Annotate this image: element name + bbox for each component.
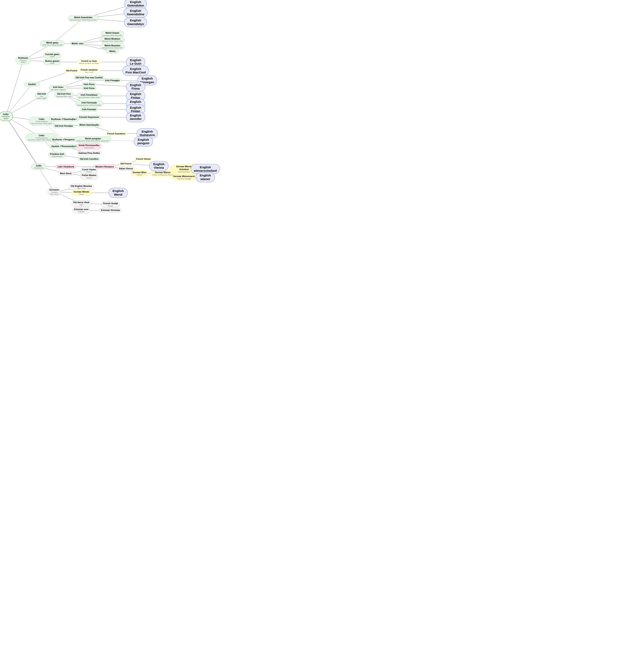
node-label: Celtic [1,113,10,116]
node-old-irish-finn: Old Irish finn"white, bright" [35,92,48,100]
node-polish-wieden: Polish Wieden "Vienna" [80,173,98,180]
node-en-penguin: Englishpenguin [134,136,153,146]
node-en-gwendoline: EnglishGwendoline [124,7,148,18]
node-irish-finnagan: Irish Finnagán [104,78,121,83]
node-brythonic-pengwn: Brythonic <*Pengwnn> [50,137,78,142]
node-galician-pena: Galician Pena Dubha [77,151,101,155]
svg-line-0 [6,60,23,116]
node-western-romance: Western Romance [94,164,116,169]
svg-line-1 [6,84,32,116]
node-old-irish-finnmac: Old Irish Finn mac Cumhal [74,75,104,80]
node-irish-fiona: Irish Fiona [82,86,96,90]
node-french-guinievre: French Guenièvre [106,132,127,136]
main-container: Celtic <*wendos>"white" Brythonic <*gwen… [0,0,213,236]
node-sub: <*wendos>"white" [1,116,10,119]
svg-line-6 [6,116,54,192]
node-en-fiona: EnglishFiona [126,82,145,92]
node-estonian-venemaa: Estonian Venemaa [99,208,121,212]
node-irish-fionnuala: Irish Fionnuala "personal name: White-Sh… [75,100,103,107]
node-cornish-gwen: Cornish gwen "white" [43,52,61,58]
node-en-wend: EnglishWend [109,188,128,198]
node-gaulish: Gaulish [24,82,40,87]
node-welsh-blodwen: Welsh Blodwen "personal name: Flower-Fai… [100,37,125,43]
node-finnish-venaja: Finnish Venäjä "Russia" [101,201,119,208]
node-welsh-gwenhwyfar: Welsh Gwenhwyfar [78,123,101,127]
node-breton-gwenn: Breton gwenn "white" [43,59,61,65]
node-greek-penouindos: Greek Πεννοουινδος <Penouindos> [77,143,101,150]
node-welsh-branwen: Welsh Branwen "personal name: Raven-Fair… [100,43,125,50]
svg-line-11 [52,18,84,44]
node-west-slavic: West Slavic [58,171,73,176]
node-gaulish-pennouindos: Gaulish <*Pennouindos> [49,144,79,149]
node-italian-vienna: Italian Vienna [117,166,134,171]
node-welsh-anwen: Welsh Anwen "personal name: Very-Fair" [101,31,124,37]
node-primitive-irish: Primitive Irish <Qenuiendani> [48,152,66,158]
node-welsh-pengwyn: Welsh pengwyn "white-head, White Head Is… [75,136,111,143]
node-old-english-winedas: Old English Winedas "Slav, Wend" [69,184,94,190]
node-en-wiener: Englishwiener [196,172,215,182]
node-welsh-plain: Welsh [106,49,119,53]
node-french-leguin: French Le Guin "Breton surname: the Whit… [77,59,101,65]
node-welsh-gwyn: Welsh gwyn "white, fair, shining, blesse… [40,40,65,47]
node-en-jennifer: EnglishJennifer [126,112,145,122]
node-welsh-wen: Welsh -wen [70,41,85,46]
node-old-irish-cennfinn: Old Irish Cennfinn [78,157,100,161]
node-irish-fionnbhara: Irish Fionnbhara "personal name: White-H… [76,93,101,99]
node-irish-fionntan: Irish Fionntan [80,107,98,112]
node-old-french2: Old French [118,162,133,166]
node-cornish-gwynnever: Cornish Gwynnever [77,115,101,119]
node-old-irish-finnabar: Old Irish Finnabar [53,124,75,128]
node-czech-vieden: Czech Vieden "Vienna" [80,167,98,174]
node-german-wien: German Wien "Vienna" [131,170,148,177]
node-latin-vindobona: Latin Vindobona [56,164,76,169]
node-en-vienna: EnglishVienna [149,161,169,171]
node-celtic-vindob: Celtic <Vindobona> [31,163,46,170]
node-brythonic-gwenhbar: Brythonic <*Gwenhuβar> [49,117,79,121]
node-old-irish-finn-personal: Old Irish Finn "personal name: Fair" [54,92,74,98]
node-french-vienne: French Vienne [134,157,153,161]
node-old-french: Old French [64,69,79,73]
node-german-wienerwurst: German Wienerwurst "Viennese sausage" [171,174,197,181]
node-estonian-vene: Estonian vene "Russian" [72,207,90,213]
node-french-vandoise: French vandoise "dace, chub" [79,68,99,74]
node-germanic: Germanic <*windaz>"Slav, Wend" [47,188,61,196]
node-welsh-gwendolen: Welsh Gwendolen "personal name: White-Ri… [68,15,99,22]
node-brythonic-white: Brythonic <*gwenn>"white" [16,56,31,64]
node-en-finn-maccool: EnglishFinn MacCool [122,66,149,76]
node-irish-fionn: Irish Fionn [82,82,96,87]
node-irish-fionn-fair: Irish fionn "fair, blond, cataract" [49,85,67,91]
node-old-norse-vindr: Old Norse Vindr "Slav" [72,200,91,207]
node-german-wende: German Wende "Wend" [72,190,91,196]
node-en-gwendolyn: EnglishGwendolyn [124,17,147,27]
node-celtic-root: Celtic <*wendos>"white" [0,112,13,121]
